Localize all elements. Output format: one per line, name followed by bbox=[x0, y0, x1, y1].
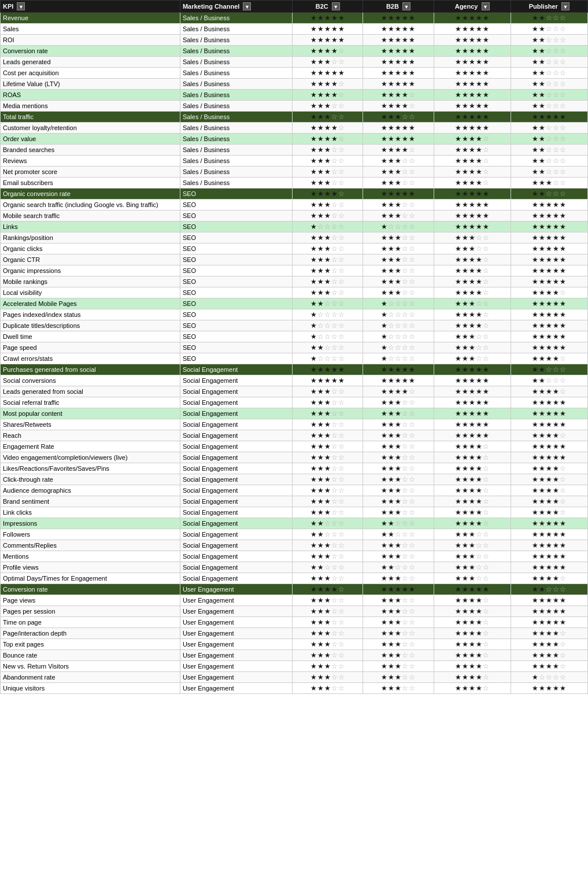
agency-cell: ★★★★☆ bbox=[434, 287, 511, 298]
b2c-cell: ★★★☆☆ bbox=[293, 408, 363, 419]
publisher-sort-icon[interactable]: ▼ bbox=[561, 2, 569, 10]
channel-cell: Social Engagement bbox=[180, 529, 292, 540]
b2b-cell: ★★★☆☆ bbox=[363, 265, 434, 276]
channel-cell: Sales / Business bbox=[180, 145, 292, 156]
b2b-cell: ★★★☆☆ bbox=[363, 463, 434, 474]
b2b-cell: ★★★★★ bbox=[363, 24, 434, 35]
publisher-cell: ★★★★☆ bbox=[511, 485, 587, 496]
table-row: Cost per acquisitionSales / Business★★★★… bbox=[1, 68, 588, 79]
kpi-cell: Social referral traffic bbox=[1, 397, 180, 408]
b2c-sort-icon[interactable]: ▼ bbox=[332, 2, 340, 10]
kpi-sort-icon[interactable]: ▼ bbox=[17, 2, 25, 10]
kpi-cell: Conversion rate bbox=[1, 46, 180, 57]
channel-cell: Sales / Business bbox=[180, 79, 292, 90]
agency-cell: ★★★★★ bbox=[434, 221, 511, 232]
table-row: Duplicate titles/descriptionsSEO★☆☆☆☆★☆☆… bbox=[1, 320, 588, 331]
b2b-sort-icon[interactable]: ▼ bbox=[402, 2, 411, 10]
channel-cell: SEO bbox=[180, 287, 292, 298]
b2b-cell: ★★★★★ bbox=[363, 123, 434, 134]
publisher-cell: ★★★★☆ bbox=[511, 474, 587, 485]
table-row: ReviewsSales / Business★★★☆☆★★★☆☆★★★★☆★★… bbox=[1, 156, 588, 167]
publisher-cell: ★★☆☆☆ bbox=[511, 375, 587, 386]
table-row: Leads generated from socialSocial Engage… bbox=[1, 386, 588, 397]
channel-cell: SEO bbox=[180, 298, 292, 309]
b2c-cell: ★★★☆☆ bbox=[293, 551, 363, 562]
agency-cell: ★★★★★ bbox=[434, 419, 511, 430]
channel-cell: SEO bbox=[180, 320, 292, 331]
channel-sort-icon[interactable]: ▼ bbox=[243, 2, 251, 10]
b2c-cell: ★★★☆☆ bbox=[293, 441, 363, 452]
b2b-cell: ★★★☆☆ bbox=[363, 156, 434, 167]
channel-cell: Social Engagement bbox=[180, 408, 292, 419]
publisher-header-label: Publisher bbox=[529, 3, 558, 10]
kpi-cell: Links bbox=[1, 221, 180, 232]
b2c-cell: ★★★★★ bbox=[293, 364, 363, 375]
table-row: Brand sentimentSocial Engagement★★★☆☆★★★… bbox=[1, 496, 588, 507]
kpi-cell: Rankings/position bbox=[1, 232, 180, 243]
table-row: Accelerated Mobile PagesSEO★★☆☆☆★☆☆☆☆★★★… bbox=[1, 298, 588, 309]
publisher-cell: ★★★★☆ bbox=[511, 287, 587, 298]
b2b-header: B2B ▼ bbox=[363, 1, 434, 13]
b2c-cell: ★★★☆☆ bbox=[293, 573, 363, 584]
b2c-cell: ★★★☆☆ bbox=[293, 628, 363, 639]
kpi-cell: Impressions bbox=[1, 518, 180, 529]
table-row: Pages per sessionUser Engagement★★★☆☆★★★… bbox=[1, 606, 588, 617]
agency-cell: ★★★★☆ bbox=[434, 156, 511, 167]
table-row: Lifetime Value (LTV)Sales / Business★★★★… bbox=[1, 79, 588, 90]
b2b-cell: ★★★☆☆ bbox=[363, 441, 434, 452]
b2b-cell: ★★★★☆ bbox=[363, 90, 434, 101]
table-row: Link clicksSocial Engagement★★★☆☆★★★☆☆★★… bbox=[1, 507, 588, 518]
publisher-cell: ★★★★☆ bbox=[511, 463, 587, 474]
table-row: Organic conversion rateSEO★★★★☆★★★★★★★★★… bbox=[1, 189, 588, 200]
agency-cell: ★★★★☆ bbox=[434, 639, 511, 650]
publisher-cell: ★★★★★ bbox=[511, 112, 587, 123]
b2b-cell: ★★★☆☆ bbox=[363, 419, 434, 430]
channel-cell: User Engagement bbox=[180, 672, 292, 683]
agency-cell: ★★★★★ bbox=[434, 386, 511, 397]
publisher-cell: ★★★★☆ bbox=[511, 430, 587, 441]
agency-sort-icon[interactable]: ▼ bbox=[482, 2, 490, 10]
agency-cell: ★★★★☆ bbox=[434, 496, 511, 507]
table-row: ReachSocial Engagement★★★☆☆★★★☆☆★★★★★★★★… bbox=[1, 430, 588, 441]
table-row: Media mentionsSales / Business★★★☆☆★★★★☆… bbox=[1, 101, 588, 112]
channel-cell: Social Engagement bbox=[180, 573, 292, 584]
kpi-cell: Likes/Reactions/Favorites/Saves/Pins bbox=[1, 463, 180, 474]
table-row: Likes/Reactions/Favorites/Saves/PinsSoci… bbox=[1, 463, 588, 474]
channel-cell: SEO bbox=[180, 254, 292, 265]
publisher-cell: ★★☆☆☆ bbox=[511, 156, 587, 167]
channel-cell: SEO bbox=[180, 243, 292, 254]
b2c-cell: ★★★☆☆ bbox=[293, 265, 363, 276]
publisher-cell: ★★☆☆☆ bbox=[511, 35, 587, 46]
channel-cell: Social Engagement bbox=[180, 397, 292, 408]
b2b-cell: ★★★☆☆ bbox=[363, 496, 434, 507]
kpi-cell: Order value bbox=[1, 134, 180, 145]
publisher-cell: ★★☆☆☆ bbox=[511, 24, 587, 35]
agency-header-label: Agency bbox=[455, 3, 478, 10]
channel-cell: SEO bbox=[180, 221, 292, 232]
table-row: Time on pageUser Engagement★★★☆☆★★★☆☆★★★… bbox=[1, 617, 588, 628]
kpi-cell: Crawl errors/stats bbox=[1, 353, 180, 364]
channel-cell: SEO bbox=[180, 211, 292, 221]
b2c-header: B2C ▼ bbox=[293, 1, 363, 13]
kpi-cell: Reach bbox=[1, 430, 180, 441]
b2c-cell: ★★★☆☆ bbox=[293, 496, 363, 507]
agency-cell: ★★★★☆ bbox=[434, 276, 511, 287]
table-row: Crawl errors/statsSEO★☆☆☆☆★☆☆☆☆★★★☆☆★★★★… bbox=[1, 353, 588, 364]
b2c-cell: ★★★☆☆ bbox=[293, 178, 363, 189]
publisher-cell: ★★☆☆☆ bbox=[511, 13, 587, 24]
channel-cell: Social Engagement bbox=[180, 562, 292, 573]
publisher-cell: ★★★★☆ bbox=[511, 661, 587, 672]
b2b-cell: ★★★★★ bbox=[363, 68, 434, 79]
b2b-cell: ★★★★☆ bbox=[363, 101, 434, 112]
channel-cell: User Engagement bbox=[180, 683, 292, 694]
b2c-cell: ★★★☆☆ bbox=[293, 639, 363, 650]
agency-cell: ★★★☆☆ bbox=[434, 298, 511, 309]
channel-cell: Social Engagement bbox=[180, 474, 292, 485]
agency-cell: ★★★★★ bbox=[434, 430, 511, 441]
kpi-cell: Bounce rate bbox=[1, 650, 180, 661]
b2c-cell: ★★★★☆ bbox=[293, 90, 363, 101]
publisher-cell: ★★☆☆☆ bbox=[511, 134, 587, 145]
kpi-header-label: KPI bbox=[3, 3, 13, 10]
table-row: Unique visitorsUser Engagement★★★☆☆★★★☆☆… bbox=[1, 683, 588, 694]
agency-cell: ★★★★☆ bbox=[434, 518, 511, 529]
